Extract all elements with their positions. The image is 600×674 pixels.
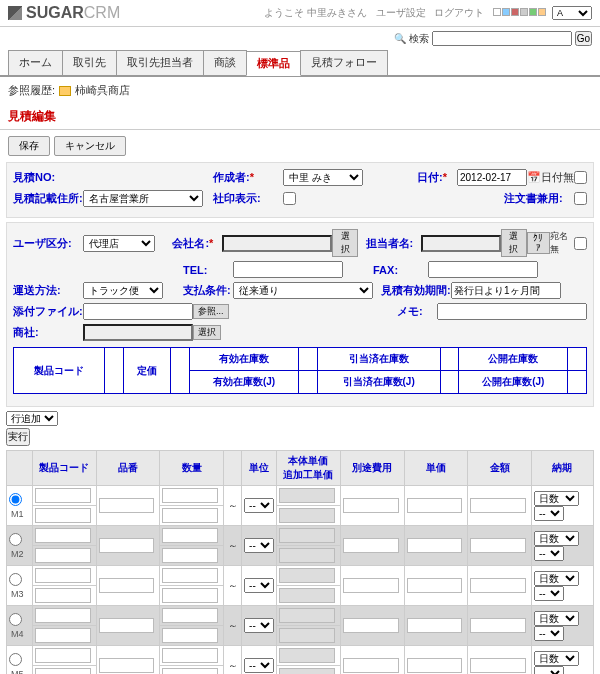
unit-select[interactable]: -- bbox=[244, 618, 274, 633]
due-num-select[interactable]: -- bbox=[534, 546, 564, 561]
pay-select[interactable]: 従来通り bbox=[233, 282, 373, 299]
due-select[interactable]: 日数 bbox=[534, 491, 579, 506]
qty-to-input[interactable] bbox=[162, 668, 218, 674]
extra-input[interactable] bbox=[343, 618, 399, 633]
tab-contacts[interactable]: 取引先担当者 bbox=[116, 50, 204, 75]
row-radio[interactable] bbox=[9, 533, 22, 546]
cancel-button[interactable]: キャンセル bbox=[54, 136, 126, 156]
tel-input[interactable] bbox=[233, 261, 343, 278]
save-button[interactable]: 保存 bbox=[8, 136, 50, 156]
unitprice1-input[interactable] bbox=[279, 488, 335, 503]
amount-input[interactable] bbox=[470, 538, 526, 553]
code-input[interactable] bbox=[35, 488, 91, 503]
stamp-checkbox[interactable] bbox=[283, 192, 296, 205]
due-num-select[interactable]: -- bbox=[534, 666, 564, 675]
address-select[interactable]: 名古屋営業所 bbox=[83, 190, 203, 207]
code2-input[interactable] bbox=[35, 628, 91, 643]
due-num-select[interactable]: -- bbox=[534, 626, 564, 641]
trader-input[interactable] bbox=[83, 324, 193, 341]
company-input[interactable] bbox=[222, 235, 332, 252]
qty-to-input[interactable] bbox=[162, 548, 218, 563]
validity-input[interactable] bbox=[451, 282, 561, 299]
theme-colors[interactable] bbox=[493, 8, 546, 16]
attach-browse-button[interactable]: 参照... bbox=[193, 304, 229, 319]
logout-link[interactable]: ログアウト bbox=[434, 7, 484, 18]
line-add-exec-button[interactable]: 実行 bbox=[6, 428, 30, 446]
contact-clear-button[interactable]: ｸﾘｱ bbox=[527, 232, 550, 254]
anon-checkbox[interactable] bbox=[574, 237, 587, 250]
price-input[interactable] bbox=[407, 538, 463, 553]
user-settings-link[interactable]: ユーザ設定 bbox=[376, 7, 426, 18]
order-checkbox[interactable] bbox=[574, 192, 587, 205]
price-input[interactable] bbox=[407, 658, 463, 673]
unitprice2-input[interactable] bbox=[279, 668, 335, 674]
code2-input[interactable] bbox=[35, 548, 91, 563]
part-input[interactable] bbox=[99, 498, 155, 513]
date-none-checkbox[interactable] bbox=[574, 171, 587, 184]
contact-input[interactable] bbox=[421, 235, 501, 252]
part-input[interactable] bbox=[99, 618, 155, 633]
extra-input[interactable] bbox=[343, 538, 399, 553]
qty-from-input[interactable] bbox=[162, 528, 218, 543]
row-radio[interactable] bbox=[9, 493, 22, 506]
unitprice2-input[interactable] bbox=[279, 628, 335, 643]
code-input[interactable] bbox=[35, 568, 91, 583]
price-input[interactable] bbox=[407, 618, 463, 633]
qty-from-input[interactable] bbox=[162, 608, 218, 623]
ship-select[interactable]: トラック便 bbox=[83, 282, 163, 299]
tab-followup[interactable]: 見積フォロー bbox=[300, 50, 388, 75]
qty-to-input[interactable] bbox=[162, 508, 218, 523]
qty-from-input[interactable] bbox=[162, 488, 218, 503]
code-input[interactable] bbox=[35, 648, 91, 663]
contact-select-button[interactable]: 選択 bbox=[501, 229, 527, 257]
due-num-select[interactable]: -- bbox=[534, 506, 564, 521]
row-radio[interactable] bbox=[9, 613, 22, 626]
code-input[interactable] bbox=[35, 528, 91, 543]
due-select[interactable]: 日数 bbox=[534, 571, 579, 586]
attach-input[interactable] bbox=[83, 303, 193, 320]
unit-select[interactable]: -- bbox=[244, 538, 274, 553]
unit-select[interactable]: -- bbox=[244, 658, 274, 673]
tab-accounts[interactable]: 取引先 bbox=[62, 50, 117, 75]
unitprice2-input[interactable] bbox=[279, 588, 335, 603]
due-select[interactable]: 日数 bbox=[534, 611, 579, 626]
row-radio[interactable] bbox=[9, 573, 22, 586]
unitprice1-input[interactable] bbox=[279, 608, 335, 623]
code2-input[interactable] bbox=[35, 588, 91, 603]
qty-to-input[interactable] bbox=[162, 628, 218, 643]
extra-input[interactable] bbox=[343, 498, 399, 513]
price-input[interactable] bbox=[407, 578, 463, 593]
qty-to-input[interactable] bbox=[162, 588, 218, 603]
row-radio[interactable] bbox=[9, 653, 22, 666]
unitprice1-input[interactable] bbox=[279, 648, 335, 663]
amount-input[interactable] bbox=[470, 618, 526, 633]
due-select[interactable]: 日数 bbox=[534, 651, 579, 666]
part-input[interactable] bbox=[99, 538, 155, 553]
unitprice1-input[interactable] bbox=[279, 568, 335, 583]
extra-input[interactable] bbox=[343, 658, 399, 673]
part-input[interactable] bbox=[99, 578, 155, 593]
line-add-select[interactable]: 行追加 bbox=[6, 411, 58, 426]
userdiv-select[interactable]: 代理店 bbox=[83, 235, 155, 252]
company-select-button[interactable]: 選択 bbox=[332, 229, 358, 257]
search-go-button[interactable]: Go bbox=[575, 31, 592, 46]
qty-from-input[interactable] bbox=[162, 648, 218, 663]
unitprice2-input[interactable] bbox=[279, 548, 335, 563]
qty-from-input[interactable] bbox=[162, 568, 218, 583]
amount-input[interactable] bbox=[470, 578, 526, 593]
fax-input[interactable] bbox=[428, 261, 538, 278]
calendar-icon[interactable]: 📅 bbox=[527, 171, 541, 184]
tab-opportunities[interactable]: 商談 bbox=[203, 50, 247, 75]
tab-home[interactable]: ホーム bbox=[8, 50, 63, 75]
search-input[interactable] bbox=[432, 31, 572, 46]
date-input[interactable] bbox=[457, 169, 527, 186]
memo-input[interactable] bbox=[437, 303, 587, 320]
due-select[interactable]: 日数 bbox=[534, 531, 579, 546]
unitprice1-input[interactable] bbox=[279, 528, 335, 543]
code2-input[interactable] bbox=[35, 508, 91, 523]
tab-standard[interactable]: 標準品 bbox=[246, 51, 301, 76]
price-input[interactable] bbox=[407, 498, 463, 513]
due-num-select[interactable]: -- bbox=[534, 586, 564, 601]
amount-input[interactable] bbox=[470, 658, 526, 673]
amount-input[interactable] bbox=[470, 498, 526, 513]
